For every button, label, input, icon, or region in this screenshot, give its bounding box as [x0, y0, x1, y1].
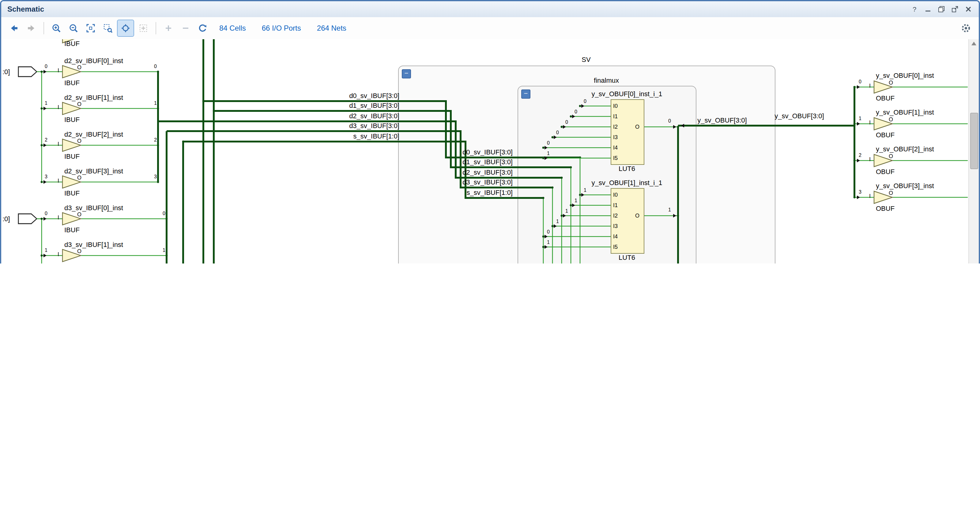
net-arrow-marker: [43, 143, 46, 147]
net-junction: [579, 194, 581, 196]
schematic-viewport[interactable]: SV finalmux mux2_sv mux4_sv − − :0]d2_sv…: [1, 39, 969, 263]
bit-number: 0: [565, 119, 568, 125]
float-button[interactable]: [950, 4, 960, 14]
gear-icon: [961, 23, 971, 33]
net-junction: [854, 125, 856, 127]
vertical-scrollbar[interactable]: [968, 39, 979, 263]
plus-icon: [164, 23, 173, 33]
net-junction: [157, 71, 159, 73]
net-arrow-marker: [43, 217, 46, 221]
cell-name-label: d2_sv_IBUF[2]_inst: [64, 131, 123, 138]
pin-in-label: I: [869, 156, 871, 162]
cell-name-label: y_sv_OBUF[2]_inst: [876, 145, 934, 153]
help-button[interactable]: ?: [909, 4, 920, 14]
io-ports-link[interactable]: 66 I/O Ports: [262, 24, 301, 32]
net-name-label: d3_sv_IBUF[3:0]: [277, 122, 399, 129]
cell-name-label: d3_sv_IBUF[0]_inst: [64, 204, 123, 212]
cell-name-label: y_sv_OBUF[1]_inst_i_1: [574, 179, 680, 186]
net-junction: [41, 218, 43, 220]
pin-in-label: I1: [613, 202, 618, 209]
net-arrow-marker: [563, 214, 566, 218]
net-junction: [213, 110, 215, 112]
net-name-label: d1_sv_IBUF[3:0]: [277, 102, 399, 109]
net-name-label: d1_sv_IBUF[3:0]: [390, 158, 513, 166]
net-junction: [552, 225, 554, 227]
net-junction: [41, 144, 43, 146]
pin-in-label: I0: [613, 103, 618, 109]
net-junction: [854, 160, 856, 162]
expand-selection-icon: [138, 23, 148, 33]
expand-selection-button: [135, 20, 151, 36]
pin-in-label: I: [57, 251, 59, 257]
net-arrow-marker: [681, 124, 684, 127]
scroll-up-arrow[interactable]: [971, 42, 976, 45]
net-arrow-marker: [43, 70, 46, 73]
vertical-scroll-thumb[interactable]: [970, 113, 978, 169]
net-junction: [157, 108, 159, 110]
settings-gear-button[interactable]: [958, 20, 974, 36]
net-junction: [570, 166, 572, 169]
net-junction: [542, 246, 544, 248]
refresh-button[interactable]: [195, 20, 211, 36]
zoom-selection-icon: [103, 23, 113, 33]
pin-out-label: O: [889, 153, 893, 159]
autofit-button[interactable]: [117, 20, 134, 37]
minimize-button[interactable]: [923, 4, 934, 14]
net-junction: [552, 186, 554, 189]
close-icon: [965, 5, 972, 13]
cells-link[interactable]: 84 Cells: [219, 24, 246, 32]
bit-number: 1: [859, 116, 861, 121]
toolbar-separator: [43, 22, 44, 34]
zoom-in-icon: [51, 23, 61, 33]
net-junction: [579, 105, 581, 107]
pin-in-label: I0: [613, 192, 618, 198]
net-arrow-marker: [43, 180, 46, 184]
net-arrow-marker: [857, 85, 860, 89]
bit-number: 1: [45, 100, 48, 106]
window-controls: ?: [909, 4, 979, 14]
pin-in-label: I: [57, 104, 59, 110]
bit-number: 1: [547, 151, 550, 156]
restore-button[interactable]: [936, 4, 947, 14]
net-arrow-marker: [43, 107, 46, 110]
port-name-label: :0]: [2, 215, 10, 223]
zoom-in-button[interactable]: [48, 20, 64, 36]
pin-in-label: I: [57, 67, 59, 73]
window-title: Schematic: [1, 5, 44, 13]
zoom-selection-button[interactable]: [100, 20, 116, 36]
cell-type-label: OBUF: [876, 205, 894, 212]
cell-name-label: y_sv_OBUF[1]_inst: [876, 108, 934, 116]
pin-out-label: O: [889, 80, 893, 86]
net-name-label: y_sv_OBUF[3:0]: [756, 112, 842, 119]
cell-type-label: LUT6: [574, 165, 680, 172]
bus-port-symbol[interactable]: [18, 214, 37, 224]
bit-number: 0: [547, 140, 550, 146]
pin-in-label: I: [57, 141, 59, 147]
nets-link[interactable]: 264 Nets: [317, 24, 346, 32]
net-junction: [542, 197, 544, 199]
close-button[interactable]: [963, 4, 974, 14]
bit-number: 2: [859, 153, 861, 158]
bit-number: 0: [547, 229, 550, 235]
zoom-fit-button[interactable]: [83, 20, 99, 36]
net-arrow-marker: [544, 245, 547, 249]
net-arrow-marker: [544, 235, 547, 238]
pin-out-label: O: [889, 116, 893, 123]
cell-name-label: y_sv_OBUF[3]_inst: [876, 182, 934, 189]
pin-in-label: I: [57, 215, 59, 221]
forward-button: [23, 20, 39, 36]
net-arrow-marker: [857, 196, 860, 199]
pin-in-label: I: [869, 83, 871, 89]
net-junction: [854, 123, 856, 125]
net-junction: [561, 177, 563, 179]
pin-out-label: O: [77, 248, 81, 254]
schematic-content: SV finalmux mux2_sv mux4_sv − − :0]d2_sv…: [1, 39, 979, 263]
bit-number: 1: [556, 219, 559, 224]
bus-port-symbol[interactable]: [18, 67, 37, 76]
zoom-out-button[interactable]: [65, 20, 81, 36]
bit-number: 0: [159, 211, 165, 216]
cell-type-label: IBUF: [64, 116, 80, 123]
back-button[interactable]: [6, 20, 22, 36]
pin-in-label: I: [869, 193, 871, 199]
net-name-label: d2_sv_IBUF[3:0]: [390, 169, 513, 176]
